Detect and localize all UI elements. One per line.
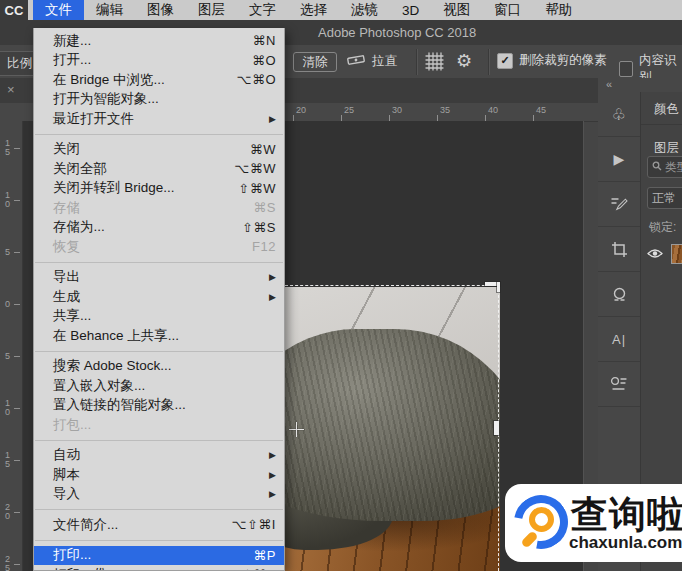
menu-item-shortcut: F12 <box>252 239 276 254</box>
menu-item-label: 打开... <box>53 51 252 69</box>
crop-overlay-options-icon[interactable] <box>424 51 445 76</box>
file-menu-item-browse-in-bridge[interactable]: 在 Bridge 中浏览...⌥⌘O <box>34 70 284 90</box>
file-menu-item-share-on-behance[interactable]: 在 Behance 上共享... <box>34 326 284 346</box>
file-menu-item-open[interactable]: 打开...⌘O <box>34 51 284 71</box>
menu-item-shortcut: ⌥⌘O <box>236 72 276 87</box>
file-menu-item-scripts[interactable]: 脚本▶ <box>34 465 284 485</box>
menubar-item-edit[interactable]: 编辑 <box>84 0 135 20</box>
tab-close-icon[interactable]: × <box>7 82 15 97</box>
file-menu-item-search-adobe-stock[interactable]: 搜索 Adobe Stock... <box>34 357 284 377</box>
file-menu-item-automate[interactable]: 自动▶ <box>34 446 284 466</box>
brush-settings-panel-button[interactable] <box>598 182 640 227</box>
menubar-item-3d[interactable]: 3D <box>390 0 431 20</box>
menubar-item-view[interactable]: 视图 <box>431 0 482 20</box>
file-menu-separator <box>34 129 284 140</box>
menubar-item-filter[interactable]: 滤镜 <box>339 0 390 20</box>
menubar-item-image[interactable]: 图像 <box>135 0 186 20</box>
file-menu-item-print[interactable]: 打印...⌘P <box>34 546 284 566</box>
checkbox-unchecked-icon[interactable] <box>619 61 633 77</box>
file-menu-separator <box>34 346 284 357</box>
bell-panel-button[interactable] <box>598 272 640 317</box>
file-menu-item-file-info[interactable]: 文件简介...⌥⇧⌘I <box>34 515 284 535</box>
file-menu-item-share[interactable]: 共享... <box>34 307 284 327</box>
file-menu-item-save-as[interactable]: 存储为...⇧⌘S <box>34 218 284 238</box>
menu-item-label: 导入 <box>53 485 269 503</box>
file-menu-item-open-recent[interactable]: 最近打开文件▶ <box>34 109 284 129</box>
checkbox-checked-icon[interactable]: ✓ <box>497 53 513 69</box>
menu-item-shortcut: ⇧⌘S <box>242 220 276 235</box>
file-menu-item-package: 打包... <box>34 415 284 435</box>
straighten-icon <box>346 52 366 71</box>
file-menu-item-close-all[interactable]: 关闭全部⌥⌘W <box>34 159 284 179</box>
color-panel-tab[interactable]: 颜色 <box>641 96 682 125</box>
menu-item-label: 在 Bridge 中浏览... <box>53 71 236 89</box>
clear-button[interactable]: 清除 <box>293 52 337 72</box>
file-menu-item-new[interactable]: 新建...⌘N <box>34 31 284 51</box>
file-menu-item-place-embedded[interactable]: 置入嵌入对象... <box>34 376 284 396</box>
eye-icon <box>647 245 663 263</box>
ruler-label: 10 <box>4 399 11 417</box>
blend-mode-value: 正常 <box>652 190 676 207</box>
menu-item-label: 打印... <box>53 546 253 564</box>
menu-item-label: 搜索 Adobe Stock... <box>53 357 276 375</box>
menu-item-label: 共享... <box>53 307 276 325</box>
actions-panel-button[interactable]: ▶ <box>598 137 640 182</box>
blend-mode-dropdown[interactable]: 正常 <box>647 187 682 209</box>
vertical-ruler[interactable]: 151050510152025 <box>0 121 23 571</box>
ruler-label: 15 <box>4 139 11 157</box>
layer-row[interactable] <box>647 244 682 264</box>
options-separator <box>488 49 489 75</box>
layer-filter-label: 类型 <box>665 160 682 175</box>
layer-comps-icon <box>610 376 628 392</box>
menu-item-shortcut: ⌥⇧⌘P <box>226 567 276 571</box>
menu-item-label: 打印一份 <box>53 566 226 571</box>
straighten-label: 拉直 <box>372 53 397 70</box>
menubar-items: 文件编辑图像图层文字选择滤镜3D视图窗口帮助 <box>33 0 584 20</box>
submenu-arrow-icon: ▶ <box>269 489 276 499</box>
menubar-item-help[interactable]: 帮助 <box>533 0 584 20</box>
menubar-item-file[interactable]: 文件 <box>33 0 84 20</box>
play-icon: ▶ <box>614 151 625 167</box>
delete-cropped-pixels-checkbox[interactable]: ✓ 删除裁剪的像素 <box>497 52 607 69</box>
menu-item-label: 关闭 <box>53 140 250 158</box>
file-menu-item-close[interactable]: 关闭⌘W <box>34 140 284 160</box>
layer-comps-panel-button[interactable] <box>598 362 640 407</box>
collapse-panels-icon[interactable]: « <box>606 78 613 91</box>
cat-body <box>285 329 500 521</box>
menu-item-shortcut: ⌥⌘W <box>234 161 276 176</box>
crop-marquee-top-edge[interactable] <box>285 285 500 286</box>
menubar-item-select[interactable]: 选择 <box>288 0 339 20</box>
ruler-label: 15 <box>4 451 11 469</box>
file-menu-item-print-one-copy[interactable]: 打印一份⌥⇧⌘P <box>34 565 284 571</box>
menu-item-label: 恢复 <box>53 238 252 256</box>
crop-handle-top-right[interactable] <box>497 282 501 292</box>
layer-thumbnail[interactable] <box>671 244 682 264</box>
character-panel-button[interactable]: A| <box>598 317 640 362</box>
menubar-item-type[interactable]: 文字 <box>237 0 288 20</box>
ruler-label: 0 <box>4 300 11 309</box>
shapes-panel-button[interactable]: ♧ <box>598 92 640 137</box>
menubar-item-layer[interactable]: 图层 <box>186 0 237 20</box>
file-menu: 新建...⌘N打开...⌘O在 Bridge 中浏览...⌥⌘O打开为智能对象.… <box>33 28 285 571</box>
gear-icon[interactable]: ⚙ <box>456 49 472 73</box>
file-menu-item-open-as-smart-object[interactable]: 打开为智能对象... <box>34 90 284 110</box>
magnifier-logo-icon <box>514 495 568 549</box>
file-menu-item-generate[interactable]: 生成▶ <box>34 287 284 307</box>
ruler-label: 10 <box>4 191 11 209</box>
straighten-button[interactable]: 拉直 <box>346 52 397 71</box>
menubar-item-window[interactable]: 窗口 <box>482 0 533 20</box>
file-menu-item-close-and-go-to-bridge[interactable]: 关闭并转到 Bridge...⇧⌘W <box>34 179 284 199</box>
layer-filter-search-field[interactable]: 类型 <box>647 156 682 178</box>
ruler-label: 5 <box>4 352 11 361</box>
file-menu-item-save: 存储⌘S <box>34 198 284 218</box>
menubar: CC 文件编辑图像图层文字选择滤镜3D视图窗口帮助 <box>0 0 682 20</box>
crop-panel-button[interactable] <box>598 227 640 272</box>
file-menu-item-place-linked[interactable]: 置入链接的智能对象... <box>34 396 284 416</box>
menu-item-label: 置入链接的智能对象... <box>53 396 276 414</box>
file-menu-item-import[interactable]: 导入▶ <box>34 485 284 505</box>
crop-handle-right-middle[interactable] <box>494 421 499 435</box>
file-menu-item-export[interactable]: 导出▶ <box>34 268 284 288</box>
menu-item-label: 自动 <box>53 446 269 464</box>
file-menu-item-revert: 恢复F12 <box>34 237 284 257</box>
crop-icon <box>611 241 628 258</box>
